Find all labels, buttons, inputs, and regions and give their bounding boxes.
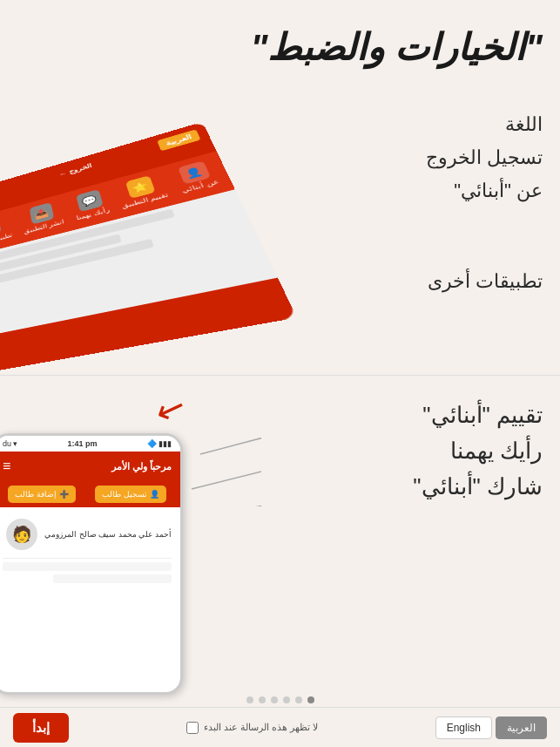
student-name: أحمد علي محمد سيف صالح المرزومي [44, 530, 172, 539]
register-label: تسجيل طالب [102, 490, 147, 499]
phone-top-mockup: العربية الخروج ← الخروج English 👤 عن أبن… [0, 122, 297, 375]
top-annotations: اللغة تسجيل الخروج عن "أبنائي" [426, 113, 543, 213]
carrier-label: du [3, 439, 11, 448]
bottom-section: ↙ تقييم "أبنائي" رأيك يهمنا شارك "أبنائي… [0, 375, 560, 747]
annotation-logout: تسجيل الخروج [426, 146, 543, 169]
bluetooth-icon: 🔷 [147, 439, 157, 448]
top-section: "الخيارات والضبط" اللغة تسجيل الخروج عن … [0, 0, 560, 375]
phone-bottom-frame: du ▾ 1:41 pm 🔷 ▮▮▮ مرحباً ولي الأمر ≡ 👤 … [0, 433, 183, 695]
phone-bottom-mockup: du ▾ 1:41 pm 🔷 ▮▮▮ مرحباً ولي الأمر ≡ 👤 … [0, 433, 183, 695]
svg-line-0 [200, 126, 261, 131]
content-placeholder-1 [3, 562, 172, 571]
annotation-language: اللغة [426, 113, 543, 136]
bottom-bar: إبدأ لا تظهر هذه الرسالة عند البدء Engli… [0, 707, 560, 747]
arabic-option[interactable]: العربية [496, 716, 547, 739]
bottom-label-share: شارك "أبنائي" [413, 473, 543, 500]
dot-3[interactable] [271, 696, 278, 703]
add-student-btn[interactable]: ➕ إضافة طالب [8, 486, 76, 503]
dot-1[interactable] [246, 696, 253, 703]
dot-4[interactable] [283, 696, 290, 703]
phone-status-bar: du ▾ 1:41 pm 🔷 ▮▮▮ [0, 436, 180, 452]
menu-item-about: 👤 عن أبنائي [167, 155, 226, 198]
svg-line-6 [187, 493, 261, 506]
english-option[interactable]: English [435, 716, 492, 739]
dot-5[interactable] [295, 696, 302, 703]
annotation-about: عن "أبنائي" [426, 180, 543, 202]
register-icon: 👤 [150, 490, 159, 499]
checkbox-row: لا تظهر هذه الرسالة عند البدء [186, 722, 318, 734]
red-pen-arrow: ↙ [151, 385, 192, 433]
phone-action-row: 👤 تسجيل طالب ➕ إضافة طالب [0, 481, 180, 507]
content-placeholder-2 [53, 574, 172, 583]
checkbox-label: لا تظهر هذه الرسالة عند البدء [204, 722, 318, 733]
menu-item-opinion: 💬 رأيك يهمنا [66, 185, 116, 225]
other-apps-label: تطبيقات أخرى [428, 270, 543, 293]
greeting-text: مرحباً ولي الأمر [111, 461, 172, 472]
battery-bar: ▮▮▮ [159, 439, 172, 448]
pagination-dots [246, 696, 314, 703]
divider [3, 558, 172, 559]
bottom-label-rate: تقييم "أبنائي" [413, 402, 543, 429]
connector-lines-top [0, 0, 261, 131]
main-title: "الخيارات والضبط" [251, 26, 543, 69]
time-display: 1:41 pm [68, 439, 98, 448]
wifi-icon: ▾ [13, 439, 17, 448]
phone-app-header: مرحباً ولي الأمر ≡ [0, 452, 180, 481]
dot-2[interactable] [259, 696, 266, 703]
language-switch: English العربية [435, 716, 547, 739]
student-avatar: 🧑 [6, 519, 37, 550]
dot-6[interactable] [307, 696, 314, 703]
svg-line-4 [200, 418, 261, 454]
battery-icon: 🔷 ▮▮▮ [147, 439, 172, 448]
signal-icons: du ▾ [3, 439, 17, 448]
start-button[interactable]: إبدأ [13, 713, 69, 743]
register-student-btn[interactable]: 👤 تسجيل طالب [95, 486, 166, 503]
bottom-label-opinion: رأيك يهمنا [413, 438, 543, 465]
dont-show-checkbox[interactable] [186, 722, 199, 734]
app-name-phone: الخروج ← [58, 162, 92, 178]
bottom-labels: تقييم "أبنائي" رأيك يهمنا شارك "أبنائي" [413, 402, 543, 509]
student-row: أحمد علي محمد سيف صالح المرزومي 🧑 [3, 514, 172, 554]
hamburger-icon[interactable]: ≡ [3, 458, 10, 474]
add-icon: ➕ [59, 490, 69, 499]
svg-line-5 [192, 454, 261, 489]
phone-content: أحمد علي محمد سيف صالح المرزومي 🧑 [0, 507, 180, 590]
add-label: إضافة طالب [15, 490, 57, 499]
